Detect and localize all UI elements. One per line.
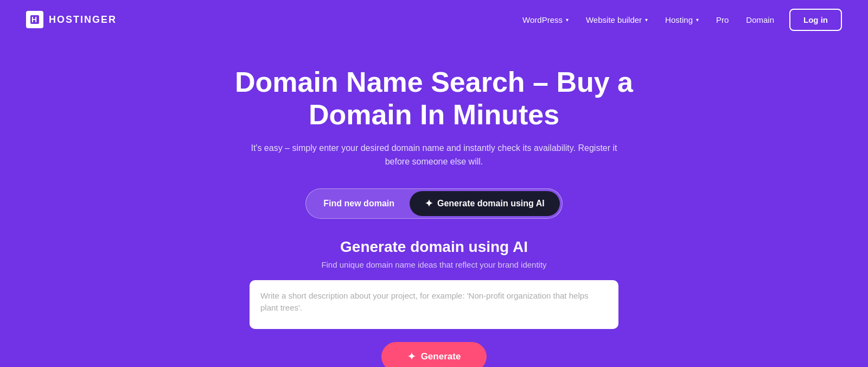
sparkle-icon: ✦ — [407, 351, 416, 363]
nav-links: WordPress ▾ Website builder ▾ Hosting ▾ … — [516, 9, 842, 31]
mode-toggle: Find new domain ✦ Generate domain using … — [305, 188, 562, 219]
chevron-down-icon: ▾ — [566, 17, 569, 23]
svg-text:H: H — [31, 15, 38, 24]
ai-section-title: Generate domain using AI — [340, 238, 528, 256]
ai-section-subtitle: Find unique domain name ideas that refle… — [321, 260, 546, 269]
nav-hosting[interactable]: Hosting ▾ — [659, 11, 705, 29]
nav-website-builder[interactable]: Website builder ▾ — [579, 11, 654, 29]
nav-pro[interactable]: Pro — [710, 11, 735, 29]
logo-text: HOSTINGER — [49, 14, 117, 26]
chevron-down-icon: ▾ — [696, 17, 699, 23]
hero-section: Domain Name Search – Buy a Domain In Min… — [0, 39, 868, 367]
nav-domain[interactable]: Domain — [739, 11, 781, 29]
nav-wordpress[interactable]: WordPress ▾ — [516, 11, 575, 29]
generate-button[interactable]: ✦ Generate — [381, 342, 487, 367]
ai-description-input[interactable] — [250, 280, 618, 329]
ai-generate-section: Generate domain using AI Find unique dom… — [0, 238, 868, 367]
login-button[interactable]: Log in — [789, 9, 842, 31]
find-domain-tab[interactable]: Find new domain — [308, 192, 410, 215]
generate-domain-tab[interactable]: ✦ Generate domain using AI — [410, 191, 560, 216]
logo-icon: H — [26, 11, 43, 28]
sparkle-icon: ✦ — [425, 198, 433, 210]
logo[interactable]: H HOSTINGER — [26, 11, 117, 28]
ai-textarea-wrapper — [250, 280, 618, 331]
navigation: H HOSTINGER WordPress ▾ Website builder … — [0, 0, 868, 39]
chevron-down-icon: ▾ — [645, 17, 648, 23]
hero-title: Domain Name Search – Buy a Domain In Min… — [190, 66, 678, 131]
hero-subtitle: It's easy – simply enter your desired do… — [244, 141, 624, 169]
